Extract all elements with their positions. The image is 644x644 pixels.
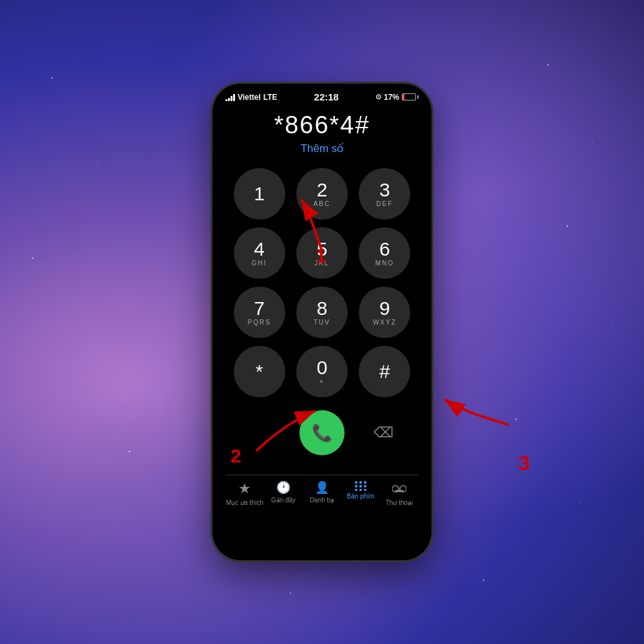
key-0-num: 0 — [317, 358, 328, 377]
network-label: LTE — [263, 93, 278, 102]
key-8-sub: TUV — [314, 319, 330, 326]
voicemail-label: Thư thoại — [386, 499, 413, 506]
key-3-sub: DEF — [376, 200, 393, 207]
svg-point-8 — [364, 489, 366, 491]
key-9-num: 9 — [379, 299, 390, 318]
tab-voicemail[interactable]: Thư thoại — [380, 480, 419, 506]
contacts-icon: 👤 — [315, 480, 329, 495]
svg-point-3 — [355, 485, 357, 488]
battery-indicator — [402, 93, 419, 100]
carrier-label: Viettel — [238, 93, 261, 102]
status-time: 22:18 — [314, 91, 339, 102]
contacts-label: Danh bạ — [310, 497, 334, 504]
svg-point-7 — [359, 489, 362, 491]
battery-body — [402, 93, 416, 100]
battery-percent: 17% — [384, 93, 399, 102]
key-8[interactable]: 8 TUV — [296, 287, 348, 338]
key-6-sub: MNO — [375, 260, 394, 267]
key-3-num: 3 — [379, 180, 390, 200]
key-1-num: 1 — [254, 184, 265, 204]
battery-fill — [402, 94, 404, 100]
call-row: 📞 ⌫ — [225, 410, 419, 455]
backspace-button[interactable]: ⌫ — [367, 417, 399, 449]
key-star[interactable]: * — [234, 346, 285, 397]
key-2-sub: ABC — [314, 200, 331, 207]
signal-bar-1 — [225, 99, 227, 101]
dialed-number: *866*4# — [225, 111, 419, 139]
svg-point-1 — [359, 481, 362, 484]
key-4[interactable]: 4 GHI — [234, 227, 285, 279]
add-number-button[interactable]: Thêm số — [225, 142, 419, 155]
favorites-label: Mục ưa thích — [226, 499, 263, 506]
key-7-num: 7 — [254, 299, 265, 318]
tab-keypad[interactable]: Bàn phím — [341, 480, 380, 506]
key-hash-num: # — [379, 362, 390, 381]
svg-point-5 — [364, 485, 366, 488]
signal-bars — [225, 93, 235, 101]
signal-bar-4 — [233, 94, 235, 101]
key-star-num: * — [256, 362, 263, 381]
signal-bar-2 — [228, 98, 230, 101]
key-2-num: 2 — [317, 180, 328, 200]
favorites-icon: ★ — [238, 480, 251, 497]
tab-recents[interactable]: 🕐 Gần đây — [264, 480, 303, 506]
svg-point-0 — [355, 481, 357, 484]
voicemail-icon — [392, 480, 406, 497]
tab-favorites[interactable]: ★ Mục ưa thích — [225, 480, 264, 506]
key-0-sub: + — [319, 378, 325, 385]
key-1[interactable]: 1 — [234, 168, 285, 220]
battery-tip — [417, 95, 419, 99]
phone-frame: Viettel LTE 22:18 ⊙ 17% *866*4# Thêm số … — [213, 84, 431, 560]
key-5-sub: JKL — [314, 260, 329, 267]
keypad: 1 2 ABC 3 DEF 4 GHI 5 JKL — [225, 168, 419, 397]
recents-icon: 🕐 — [276, 480, 290, 495]
key-7-sub: PQRS — [247, 319, 270, 326]
dialer: *866*4# Thêm số 1 2 ABC 3 DEF 4 GHI — [213, 105, 431, 506]
key-5[interactable]: 5 JKL — [296, 227, 348, 279]
key-5-num: 5 — [317, 240, 328, 259]
status-bar: Viettel LTE 22:18 ⊙ 17% — [213, 84, 431, 105]
key-4-num: 4 — [254, 240, 265, 259]
recents-label: Gần đây — [271, 497, 296, 504]
svg-point-2 — [364, 481, 366, 484]
key-6-num: 6 — [379, 240, 390, 259]
key-3[interactable]: 3 DEF — [359, 168, 410, 220]
call-button[interactable]: 📞 — [299, 410, 345, 455]
location-icon: ⊙ — [375, 93, 381, 101]
keypad-icon — [354, 480, 367, 491]
key-2[interactable]: 2 ABC — [296, 168, 348, 220]
svg-point-6 — [355, 489, 357, 491]
key-4-sub: GHI — [252, 260, 267, 267]
status-right: ⊙ 17% — [375, 93, 419, 102]
signal-bar-3 — [231, 96, 232, 101]
key-9[interactable]: 9 WXYZ — [359, 287, 410, 338]
key-0[interactable]: 0 + — [296, 346, 348, 397]
key-6[interactable]: 6 MNO — [359, 227, 410, 279]
svg-point-4 — [359, 485, 362, 488]
phone-icon: 📞 — [312, 423, 332, 443]
tab-contacts[interactable]: 👤 Danh bạ — [303, 480, 341, 506]
key-8-num: 8 — [317, 299, 328, 318]
backspace-icon: ⌫ — [374, 424, 393, 441]
key-9-sub: WXYZ — [373, 319, 397, 326]
key-hash[interactable]: # — [359, 346, 410, 397]
status-left: Viettel LTE — [225, 93, 278, 102]
keypad-label: Bàn phím — [347, 493, 375, 500]
bottom-tabs: ★ Mục ưa thích 🕐 Gần đây 👤 Danh bạ — [225, 475, 419, 506]
key-7[interactable]: 7 PQRS — [234, 287, 285, 338]
svg-rect-11 — [395, 490, 403, 492]
